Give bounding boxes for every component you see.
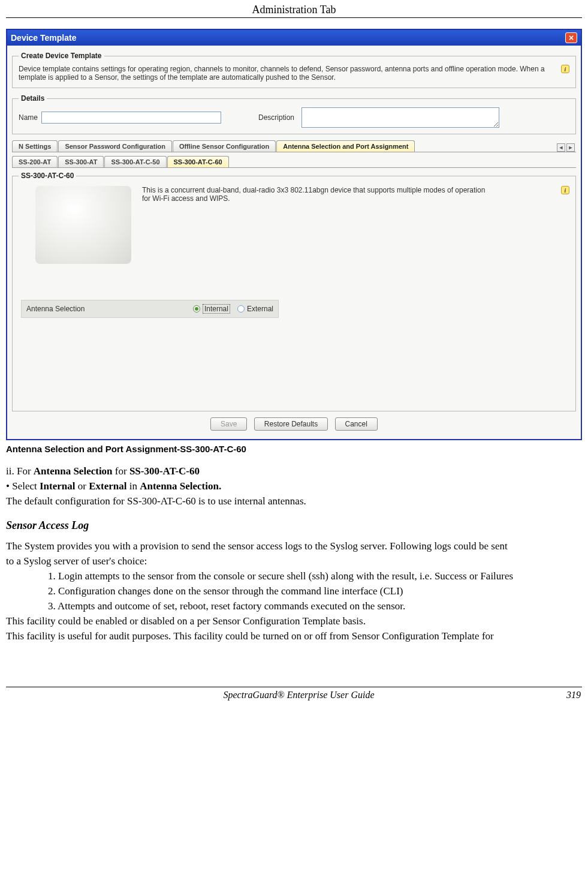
tab-scroll-right-icon[interactable]: ►: [566, 143, 575, 152]
page-footer: SpectraGuard® Enterprise User Guide 319: [0, 690, 588, 710]
tab-scroll-left-icon[interactable]: ◄: [557, 143, 565, 152]
create-template-legend: Create Device Template: [19, 52, 104, 60]
radio-external[interactable]: External: [237, 305, 273, 313]
create-template-desc: Device template contains settings for op…: [19, 65, 569, 82]
info-icon[interactable]: i: [561, 65, 569, 73]
save-button[interactable]: Save: [210, 417, 247, 431]
tab-antenna-selection[interactable]: Antenna Selection and Port Assignment: [276, 140, 415, 152]
page-header-title: Administration Tab: [0, 0, 588, 17]
tab-ss-200-at[interactable]: SS-200-AT: [12, 156, 58, 167]
create-template-group: Create Device Template i Device template…: [12, 52, 576, 88]
radio-internal-label: Internal: [203, 304, 230, 314]
radio-icon: [193, 305, 200, 312]
model-tabs: SS-200-AT SS-300-AT SS-300-AT-C-50 SS-30…: [12, 156, 576, 168]
tab-sensor-password[interactable]: Sensor Password Configuration: [58, 140, 171, 152]
antenna-selection-label: Antenna Selection: [26, 305, 176, 313]
description-label: Description: [258, 113, 294, 122]
tab-ss-300-at-c-50[interactable]: SS-300-AT-C-50: [104, 156, 166, 167]
main-tabs: N Settings Sensor Password Configuration…: [12, 140, 576, 152]
dialog-title: Device Template: [11, 33, 76, 43]
description-input[interactable]: [301, 107, 499, 128]
tab-ss-300-at[interactable]: SS-300-AT: [58, 156, 104, 167]
antenna-selection-row: Antenna Selection Internal External: [21, 300, 279, 318]
radio-internal[interactable]: Internal: [193, 304, 230, 314]
footer-page-number: 319: [566, 690, 581, 700]
details-legend: Details: [19, 94, 47, 103]
document-body: ii. For Antenna Selection for SS-300-AT-…: [6, 465, 582, 644]
details-group: Details Name Description: [12, 94, 576, 134]
model-content-legend: SS-300-AT-C-60: [19, 172, 76, 180]
restore-defaults-button[interactable]: Restore Defaults: [254, 417, 328, 431]
radio-icon: [237, 305, 245, 312]
device-image: [35, 186, 131, 264]
info-icon[interactable]: i: [561, 186, 569, 194]
model-content-group: SS-300-AT-C-60 i This is a concurrent du…: [12, 172, 576, 411]
footer-center: SpectraGuard® Enterprise User Guide: [31, 690, 566, 700]
tab-offline-sensor[interactable]: Offline Sensor Configuration: [173, 140, 276, 152]
header-rule: [6, 17, 582, 18]
figure-caption: Antenna Selection and Port Assignment-SS…: [6, 444, 582, 454]
name-input[interactable]: [41, 112, 221, 124]
cancel-button[interactable]: Cancel: [335, 417, 378, 431]
section-heading: Sensor Access Log: [6, 518, 582, 533]
close-icon[interactable]: ×: [565, 32, 577, 43]
dialog-button-row: Save Restore Defaults Cancel: [12, 411, 576, 434]
radio-external-label: External: [247, 305, 273, 313]
footer-rule: [6, 687, 582, 687]
name-label: Name: [19, 113, 38, 122]
tab-n-settings[interactable]: N Settings: [12, 140, 58, 152]
tab-ss-300-at-c-60[interactable]: SS-300-AT-C-60: [167, 156, 229, 167]
device-template-dialog: Device Template × Create Device Template…: [6, 29, 582, 440]
dialog-titlebar: Device Template ×: [7, 30, 581, 46]
